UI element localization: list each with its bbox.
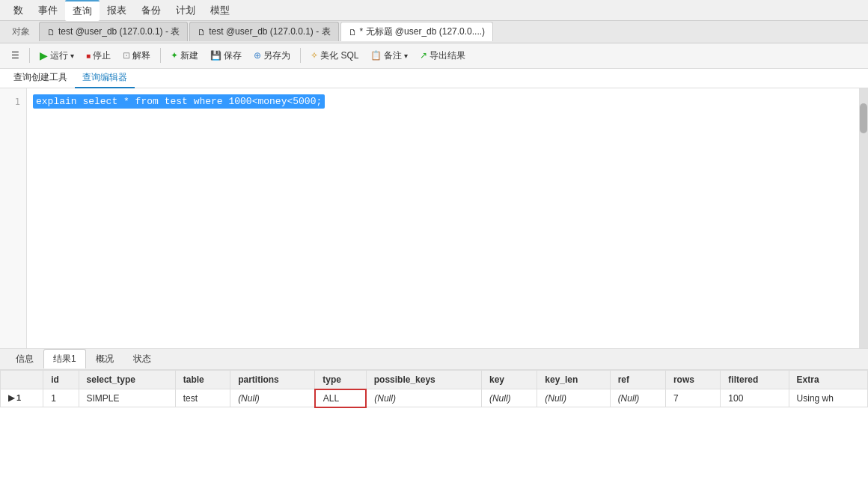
table-header-row: id select_type table partitions type pos… [1,370,868,389]
cell-rows: 7 [665,389,720,407]
tab-untitled[interactable]: 🗋 * 无标题 @user_db (127.0.0....) [340,22,494,41]
cell-key: (Null) [481,389,537,407]
th-table[interactable]: table [175,370,230,389]
tab-bar: 对象 🗋 test @user_db (127.0.0.1) - 表 🗋 tes… [0,21,868,43]
table-icon-2: 🗋 [198,28,206,37]
cell-id: 1 [43,389,79,407]
table-icon-3: 🗋 [349,28,357,37]
run-button[interactable]: ▶ 运行 ▾ [34,47,79,64]
save-icon: 💾 [210,50,221,61]
backup-icon: 📋 [370,50,382,61]
vertical-scrollbar[interactable] [859,88,868,348]
run-label: 运行 [50,49,68,62]
export-icon: ↗ [420,50,427,61]
table-icon-1: 🗋 [47,28,55,37]
saveas-icon: ⊕ [254,50,261,61]
saveas-button[interactable]: ⊕ 另存为 [248,47,296,64]
backup-label: 备注 [384,49,402,62]
cell-select-type: SIMPLE [79,389,175,407]
th-rows[interactable]: rows [665,370,720,389]
cell-filtered: 100 [721,389,789,407]
beautify-label: 美化 SQL [320,49,358,62]
th-extra[interactable]: Extra [789,370,867,389]
th-filtered[interactable]: filtered [721,370,789,389]
stop-button[interactable]: ■ 停止 [81,47,116,64]
code-line-1[interactable]: explain select * from test where 1000<mo… [33,94,325,109]
bottom-section: 信息 结果1 概况 状态 id select_type table partit… [0,349,868,498]
line-number-1: 1 [0,94,26,109]
bottom-tab-info[interactable]: 信息 [6,349,43,368]
stop-label: 停止 [93,49,111,62]
tab-test-2[interactable]: 🗋 test @user_db (127.0.0.1) - 表 [189,22,338,41]
stop-icon: ■ [86,52,91,60]
export-button[interactable]: ↗ 导出结果 [415,47,471,64]
explain-label: 解释 [132,49,150,62]
backup-button[interactable]: 📋 备注 ▾ [365,47,413,64]
scrollbar-thumb[interactable] [860,103,867,133]
menu-model[interactable]: 模型 [203,1,237,20]
tab-test-1[interactable]: 🗋 test @user_db (127.0.0.1) - 表 [39,22,188,41]
cell-partitions: (Null) [230,389,315,407]
th-id[interactable]: id [43,370,79,389]
subtab-query-editor[interactable]: 查询编辑器 [75,68,135,88]
separator-2 [160,48,161,63]
separator-1 [29,48,30,63]
menu-events[interactable]: 事件 [31,1,65,20]
th-possible-keys[interactable]: possible_keys [366,370,481,389]
tab-label-2: test @user_db (127.0.0.1) - 表 [209,25,330,38]
export-label: 导出结果 [430,49,465,62]
bottom-tab-result1[interactable]: 结果1 [43,349,86,368]
bottom-tab-overview[interactable]: 概况 [86,349,123,368]
hamburger-icon: ☰ [11,50,19,61]
cell-table: test [175,389,230,407]
th-indicator [1,370,43,389]
hamburger-menu[interactable]: ☰ [6,48,25,63]
toolbar: ☰ ▶ 运行 ▾ ■ 停止 ⊡ 解释 ✦ 新建 💾 保存 ⊕ 另存为 [0,43,868,69]
beautify-icon: ✧ [311,50,318,61]
th-key-len[interactable]: key_len [537,370,610,389]
run-icon: ▶ [40,49,48,61]
new-icon: ✦ [171,50,178,61]
explain-button[interactable]: ⊡ 解释 [117,47,156,64]
line-numbers: 1 [0,88,27,348]
th-type[interactable]: type [315,370,366,389]
subtab-query-builder[interactable]: 查询创建工具 [6,68,75,88]
th-partitions[interactable]: partitions [230,370,315,389]
sub-tab-bar: 查询创建工具 查询编辑器 [0,69,868,88]
cell-key-len: (Null) [537,389,610,407]
menu-report[interactable]: 报表 [100,1,134,20]
new-button[interactable]: ✦ 新建 [165,47,204,64]
cell-type[interactable]: ALL [315,389,366,407]
table-row: ▶ 1 1 SIMPLE test (Null) ALL (Null) (Nul… [1,389,868,407]
menu-data[interactable]: 数 [6,1,31,20]
menu-backup[interactable]: 备份 [134,1,168,20]
menu-schedule[interactable]: 计划 [168,1,203,20]
th-select-type[interactable]: select_type [79,370,175,389]
editor-area: 1 explain select * from test where 1000<… [0,88,868,349]
app-container: 数 事件 查询 报表 备份 计划 模型 对象 🗋 test @user_db (… [0,0,868,498]
bottom-tab-bar: 信息 结果1 概况 状态 [0,349,868,370]
separator-3 [300,48,301,63]
menu-bar: 数 事件 查询 报表 备份 计划 模型 [0,0,868,21]
new-label: 新建 [180,49,198,62]
cell-ref: (Null) [610,389,665,407]
tab-label-3: * 无标题 @user_db (127.0.0....) [360,25,486,38]
tab-label-1: test @user_db (127.0.0.1) - 表 [58,25,180,38]
bottom-tab-status[interactable]: 状态 [123,349,161,368]
backup-dropdown-icon: ▾ [404,52,408,60]
result-table: id select_type table partitions type pos… [0,370,868,408]
menu-query[interactable]: 查询 [65,0,100,21]
code-editor[interactable]: explain select * from test where 1000<mo… [27,88,868,348]
explain-icon: ⊡ [123,50,130,61]
saveas-label: 另存为 [263,49,290,62]
cell-extra: Using wh [789,389,867,407]
save-button[interactable]: 💾 保存 [205,47,247,64]
save-label: 保存 [224,49,242,62]
run-dropdown-icon: ▾ [70,52,74,60]
cell-possible-keys: (Null) [366,389,481,407]
result-area: id select_type table partitions type pos… [0,370,868,498]
th-ref[interactable]: ref [610,370,665,389]
beautify-button[interactable]: ✧ 美化 SQL [305,47,364,64]
tab-objects[interactable]: 对象 [3,22,39,41]
th-key[interactable]: key [481,370,537,389]
